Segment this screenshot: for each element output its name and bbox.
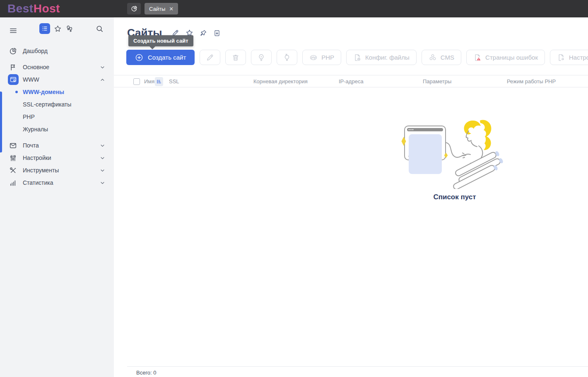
disable-button[interactable] (277, 50, 297, 65)
redirect-settings-label: Настройка редиректов (569, 54, 588, 61)
sidebar-item-settings[interactable]: Настройки (0, 152, 114, 164)
svg-text:php: php (311, 56, 316, 59)
tooltip-arrow (149, 46, 156, 49)
select-all-checkbox[interactable] (133, 78, 140, 85)
pie-chart-icon (9, 47, 17, 55)
php-icon: php (309, 53, 318, 62)
list-view-icon (41, 25, 48, 32)
www-section-icon (8, 74, 19, 85)
logo-part1: Best (7, 2, 34, 15)
sidebar-item-label: Почта (23, 142, 39, 149)
sidebar-item-label: Инструменты (23, 167, 59, 174)
table-header: Имя SSL Корневая директория IP-адреса Па… (114, 75, 588, 87)
footprints-button[interactable] (65, 24, 74, 33)
edit-button[interactable] (200, 50, 220, 65)
error-page-icon (473, 53, 482, 62)
redirect-settings-button[interactable]: Настройка редиректов (550, 50, 588, 65)
close-icon[interactable]: ✕ (169, 6, 174, 12)
main-content: Сайты Создать новый сайт Созд (114, 17, 588, 377)
redirect-icon (557, 53, 565, 62)
sidebar-item-ssl-certificates[interactable]: SSL-сертификаты (0, 98, 114, 111)
chevron-down-icon[interactable] (99, 167, 106, 174)
flag-icon (9, 63, 17, 71)
chevron-down-icon[interactable] (99, 64, 106, 70)
column-ssl[interactable]: SSL (169, 78, 179, 85)
chevron-down-icon[interactable] (99, 180, 106, 186)
page-footer: Всего: 0 (127, 366, 588, 377)
sidebar: Дашборд Основное WWW WWW-домены (0, 17, 114, 377)
php-button-label: PHP (321, 54, 334, 61)
plus-circle-icon (135, 53, 143, 62)
sort-ascending-icon[interactable] (155, 77, 163, 86)
php-button[interactable]: php PHP (302, 50, 341, 65)
active-bullet (15, 91, 18, 93)
tooltip: Создать новый сайт (128, 35, 193, 46)
sidebar-item-statistics[interactable]: Статистика (0, 176, 114, 189)
lightbulb-off-icon (283, 53, 291, 62)
sidebar-item-label: WWW-домены (23, 89, 64, 95)
sidebar-item-label: Статистика (23, 179, 53, 186)
sidebar-item-dashboard[interactable]: Дашборд (0, 45, 114, 57)
create-site-button[interactable]: Создать сайт (126, 50, 195, 65)
column-ip-addresses[interactable]: IP-адреса (339, 78, 364, 85)
sidebar-item-www[interactable]: WWW (0, 73, 114, 86)
list-view-button[interactable] (39, 23, 50, 34)
sliders-icon (9, 154, 17, 162)
chevron-up-icon[interactable] (99, 77, 106, 83)
sidebar-item-php[interactable]: PHP (0, 111, 114, 123)
cms-button[interactable]: CMS (422, 50, 461, 65)
config-files-button[interactable]: Конфиг. файлы (346, 50, 417, 65)
favorites-button[interactable] (54, 25, 62, 33)
sidebar-item-logs[interactable]: Журналы (0, 123, 114, 135)
pin-icon[interactable] (200, 29, 207, 37)
sidebar-item-label: Настройки (23, 155, 51, 161)
enable-button[interactable] (251, 50, 272, 65)
config-files-label: Конфиг. файлы (365, 54, 410, 61)
empty-state: Список пуст (398, 115, 512, 201)
column-name[interactable]: Имя (144, 78, 154, 85)
search-button[interactable] (96, 25, 104, 33)
sidebar-item-label: SSL-сертификаты (23, 101, 71, 108)
column-php-mode[interactable]: Режим работы PHP (507, 78, 556, 85)
sidebar-item-label: PHP (23, 114, 35, 120)
sidebar-item-label: WWW (23, 76, 39, 83)
column-root-directory[interactable]: Корневая директория (253, 78, 308, 85)
sidebar-item-label: Журналы (23, 126, 48, 133)
error-pages-label: Страницы ошибок (485, 54, 538, 61)
bar-chart-icon (9, 179, 17, 187)
star-icon (54, 25, 62, 33)
envelope-icon (9, 142, 17, 150)
tab-sites[interactable]: Сайты ✕ (145, 3, 178, 15)
sidebar-item-label: Дашборд (23, 48, 48, 54)
chevron-down-icon[interactable] (99, 143, 106, 149)
hamburger-menu-icon[interactable] (9, 27, 17, 35)
footprints-icon (65, 24, 74, 33)
sidebar-toolbar (0, 17, 114, 45)
export-document-icon[interactable] (213, 29, 221, 37)
dashboard-tab-button[interactable] (127, 3, 141, 15)
lightbulb-icon (257, 53, 265, 62)
logo[interactable]: BestHost (7, 0, 60, 17)
logo-part2: Host (34, 2, 60, 15)
trash-icon (231, 53, 240, 62)
tab-bar: Сайты ✕ (127, 3, 178, 15)
sidebar-item-mail[interactable]: Почта (0, 139, 114, 152)
toolbar: Создать сайт (126, 50, 588, 65)
column-parameters[interactable]: Параметры (423, 78, 451, 85)
cms-icon (429, 53, 437, 62)
create-site-label: Создать сайт (148, 54, 186, 61)
pencil-icon (206, 53, 214, 62)
delete-button[interactable] (225, 50, 246, 65)
error-pages-button[interactable]: Страницы ошибок (466, 50, 545, 65)
total-count: Всего: 0 (136, 370, 157, 376)
empty-state-illustration (398, 115, 512, 189)
cms-button-label: CMS (441, 54, 454, 61)
sidebar-item-www-domains[interactable]: WWW-домены (0, 86, 114, 98)
empty-state-message: Список пуст (398, 193, 512, 201)
sidebar-item-tools[interactable]: Инструменты (0, 164, 114, 176)
search-icon (96, 25, 104, 33)
tools-icon (9, 167, 17, 174)
sidebar-item-general[interactable]: Основное (0, 61, 114, 73)
config-file-icon (353, 53, 361, 62)
chevron-down-icon[interactable] (99, 155, 106, 161)
